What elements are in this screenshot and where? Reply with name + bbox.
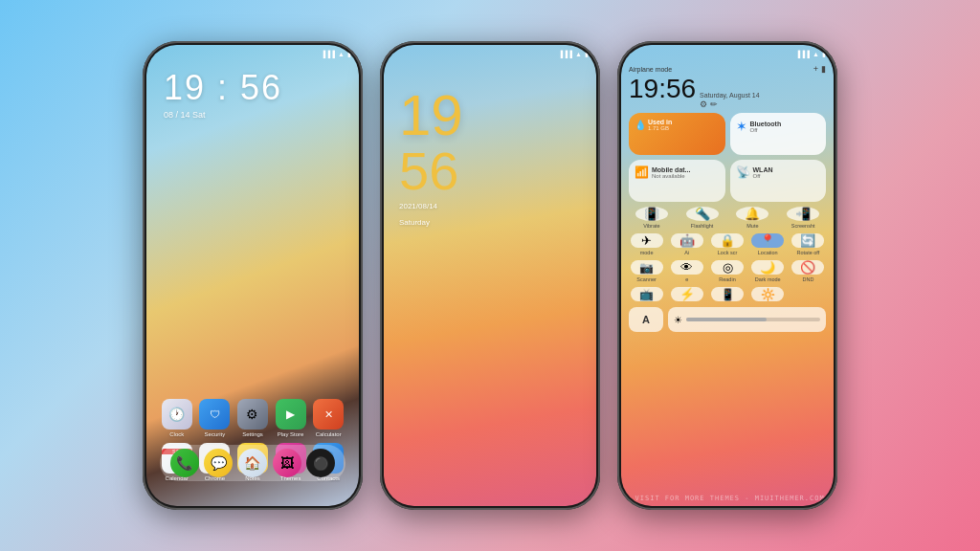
extra-toggle[interactable]: 🔆 [750, 287, 786, 303]
mobile-data-sub: Not available [652, 173, 690, 179]
p3-plus-icon: + [813, 64, 818, 74]
screenshot-toggle[interactable]: 📲 Screensht [780, 207, 826, 229]
p3-clock-row: 19:56 Saturday, August 14 ⚙ ✏ [629, 76, 826, 109]
big-toggle-row-3: 📺 ⚡ 📱 🔆 [629, 287, 826, 303]
mobile-data-label: Mobile dat... [652, 166, 690, 173]
reader-toggle[interactable]: ◎ Readin [709, 260, 745, 282]
reader-label: Readin [719, 276, 735, 282]
ai-label: Ai [684, 250, 689, 255]
dock-camera[interactable]: ⚫ [306, 449, 335, 477]
vibrate-label: Vibrate [643, 223, 659, 229]
screenshot-label: Screensht [791, 223, 815, 229]
mute-toggle[interactable]: 🔔 Mute [730, 207, 776, 229]
phone-2-date2: Saturday [384, 214, 596, 231]
phone-1-status-bar: ▐▐▐ ▲ ▮ [146, 45, 359, 60]
rotate-label: Rotate off [797, 250, 820, 255]
dock-messages[interactable]: 💬 [204, 449, 233, 477]
p3-edit-icon[interactable]: ✏ [710, 99, 718, 109]
clock-label: Clock [169, 431, 184, 437]
brightness-tile[interactable]: ☀ [668, 307, 826, 332]
darkmode-toggle[interactable]: 🌙 Dark mode [750, 260, 786, 282]
bottom-row: A ☀ [629, 307, 826, 332]
phone-1-app-grid: 🕐 Clock 🛡 Security ⚙ Settings ▶ [146, 399, 359, 487]
p3-settings-icon[interactable]: ⚙ [700, 99, 707, 109]
font-label: A [642, 314, 650, 325]
clock-icon: 🕐 [162, 399, 192, 430]
phone-2-screen: ▐▐▐ ▲ ▮ 19 56 2021/08/14 Saturday [384, 45, 596, 506]
bluetooth-sub: Off [750, 127, 782, 133]
toggle-row-1: 📳 Vibrate 🔦 Flashlight 🔔 Mute 📲 [629, 207, 826, 229]
calculator-icon: ✕ [313, 399, 344, 430]
app-clock[interactable]: 🕐 Clock [159, 399, 195, 437]
bluetooth-tile[interactable]: ✶ Bluetooth Off [730, 113, 827, 155]
phone-1-date: 08 / 14 Sat [146, 108, 359, 121]
wlan-tile[interactable]: 📡 WLAN Off [730, 160, 827, 202]
lockscreen-label: Lock scr [718, 250, 737, 255]
phone-2-minute: 56 [384, 144, 596, 198]
phone-2: ▐▐▐ ▲ ▮ 19 56 2021/08/14 Saturday [380, 41, 600, 510]
phone-1-clock: 19 : 56 [146, 60, 359, 108]
font-tile[interactable]: A [629, 307, 663, 332]
brightness-fill [686, 318, 767, 321]
playstore-icon: ▶ [276, 399, 306, 430]
data-used-label: Used in [648, 119, 672, 125]
p2-battery-icon: ▮ [585, 51, 589, 58]
wlan-sub: Off [753, 173, 773, 179]
app-playstore[interactable]: ▶ Play Store [273, 399, 309, 437]
settings-label: Settings [242, 431, 263, 437]
p2-wifi-icon: ▲ [575, 51, 582, 57]
control-center-content: Airplane mode + ▮ 19:56 Saturday, August… [621, 60, 834, 336]
big-toggle-row-1: ✈ mode 🤖 Ai 🔒 Lock scr 📍 [629, 233, 826, 255]
dock-phone[interactable]: 📞 [170, 449, 199, 477]
mobile-data-tile[interactable]: 📶 Mobile dat... Not available [629, 160, 725, 202]
scanner-label: Scanner [636, 276, 657, 282]
app-settings[interactable]: ⚙ Settings [234, 399, 271, 437]
dock-miui[interactable]: 🏠 [238, 449, 267, 477]
phone-2-status-bar: ▐▐▐ ▲ ▮ [384, 45, 596, 60]
phone-3-status-bar: ▐▐▐ ▲ ▮ [621, 45, 834, 60]
vibrate-toggle[interactable]: 📳 Vibrate [629, 207, 675, 229]
brightness-icon: ☀ [674, 315, 682, 325]
airplane-toggle[interactable]: ✈ mode [629, 233, 664, 255]
cast-toggle[interactable]: 📺 [629, 287, 664, 303]
ai-toggle[interactable]: 🤖 Ai [669, 233, 704, 255]
p3-time: 19:56 [629, 76, 696, 102]
phone-1: ▐▐▐ ▲ ▮ 19 : 56 08 / 14 Sat 🕐 Clock [143, 41, 363, 510]
p3-topbar: Airplane mode + ▮ [629, 64, 826, 74]
airplane-label: mode [640, 250, 654, 255]
dnd-label: DND [802, 276, 813, 282]
dock-bar: 📞 💬 🏠 🖼 ⚫ [160, 445, 345, 481]
app-calculator[interactable]: ✕ Calculator [310, 399, 346, 437]
brightness-track [686, 318, 820, 321]
wifi-icon: ▲ [338, 51, 345, 57]
p3-signal-icon: ▐▐▐ [795, 51, 810, 57]
dnd-toggle[interactable]: 🚫 DND [791, 260, 826, 282]
screen-toggle[interactable]: 📱 [709, 287, 745, 303]
wlan-label: WLAN [753, 166, 773, 173]
dock-gallery[interactable]: 🖼 [273, 449, 301, 477]
location-label: Location [758, 250, 778, 255]
security-label: Security [205, 431, 226, 437]
location-toggle[interactable]: 📍 Location [750, 233, 786, 255]
app-security[interactable]: 🛡 Security [196, 399, 233, 437]
lockscreen-toggle[interactable]: 🔒 Lock scr [709, 233, 745, 255]
e-toggle[interactable]: 👁 e [669, 260, 704, 282]
power-toggle[interactable]: ⚡ [669, 287, 704, 303]
scanner-toggle[interactable]: 📷 Scanner [629, 260, 664, 282]
bluetooth-label: Bluetooth [750, 121, 782, 127]
airplane-mode-label: Airplane mode [629, 66, 672, 73]
flashlight-toggle[interactable]: 🔦 Flashlight [679, 207, 725, 229]
mute-label: Mute [746, 223, 758, 229]
phone-3: ▐▐▐ ▲ ▮ Airplane mode + ▮ [617, 41, 837, 510]
rotate-toggle[interactable]: 🔄 Rotate off [791, 233, 826, 255]
phone-2-hour: 19 [384, 60, 596, 144]
battery-icon: ▮ [347, 51, 351, 58]
data-tile[interactable]: 💧 Used in 1.71 GB [629, 113, 725, 155]
phone-1-screen: ▐▐▐ ▲ ▮ 19 : 56 08 / 14 Sat 🕐 Clock [146, 45, 359, 506]
darkmode-label: Dark mode [755, 276, 781, 282]
ctrl-row-2: 📶 Mobile dat... Not available 📡 [629, 160, 826, 202]
p3-date: Saturday, August 14 [700, 92, 760, 99]
playstore-label: Play Store [278, 431, 304, 437]
e-label: e [685, 276, 688, 282]
big-toggle-row-2: 📷 Scanner 👁 e ◎ Readin 🌙 [629, 260, 826, 282]
